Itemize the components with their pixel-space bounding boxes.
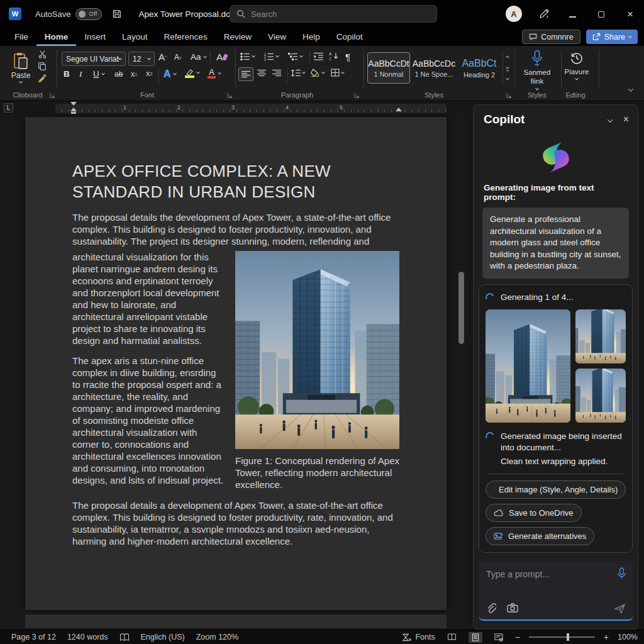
- borders-button[interactable]: [331, 69, 344, 77]
- align-right-button[interactable]: [272, 69, 281, 77]
- document-paragraph[interactable]: The proposal details a development of Ap…: [72, 499, 399, 547]
- indent-button[interactable]: [314, 52, 324, 61]
- web-layout-icon[interactable]: [491, 632, 506, 643]
- font-color-button[interactable]: A: [208, 69, 221, 79]
- collapse-ribbon-chevron[interactable]: [628, 86, 633, 91]
- format-painter-button[interactable]: [38, 74, 47, 82]
- generated-image-thumbnail[interactable]: [575, 309, 626, 364]
- align-left-button[interactable]: [238, 67, 253, 81]
- styles-gallery-up[interactable]: [506, 56, 509, 60]
- tab-insert[interactable]: Insert: [76, 28, 114, 46]
- cut-button[interactable]: [38, 50, 47, 58]
- styles-gallery-more[interactable]: [506, 76, 509, 80]
- comment-button[interactable]: Comnnre: [522, 30, 580, 44]
- share-button[interactable]: Share: [586, 30, 638, 44]
- search-bar[interactable]: [230, 5, 437, 23]
- tab-help[interactable]: Help: [294, 28, 328, 46]
- text-highlight-button[interactable]: [185, 69, 199, 78]
- copilot-collapse-chevron[interactable]: [608, 114, 612, 125]
- first-line-indent-marker[interactable]: [70, 102, 77, 106]
- camera-icon[interactable]: [507, 603, 518, 614]
- read-mode-icon[interactable]: [444, 632, 460, 642]
- shading-button[interactable]: [311, 69, 325, 77]
- bold-button[interactable]: B: [64, 69, 70, 79]
- copilot-prompt-input[interactable]: [486, 569, 609, 579]
- paste-button[interactable]: Paste: [6, 48, 35, 87]
- generated-image-thumbnail[interactable]: [486, 309, 570, 423]
- vertical-scrollbar[interactable]: [458, 272, 464, 344]
- zoom-level-label[interactable]: Zoom 120%: [196, 633, 238, 641]
- editing-button[interactable]: Piavure: [556, 50, 597, 80]
- copy-button[interactable]: [38, 62, 47, 70]
- italic-button[interactable]: I: [79, 69, 82, 79]
- maximize-button[interactable]: [595, 9, 608, 19]
- style-no-spacing[interactable]: AaBbCcDc 1 Ne Spoe...: [413, 52, 455, 84]
- autosave-toggle[interactable]: Off: [75, 8, 102, 20]
- change-case-button[interactable]: Aa: [191, 52, 206, 62]
- paragraph-dialog-launcher[interactable]: [353, 92, 360, 99]
- right-indent-marker[interactable]: [396, 108, 402, 111]
- print-layout-icon[interactable]: [469, 632, 482, 643]
- bullets-button[interactable]: [240, 52, 255, 61]
- save-icon[interactable]: [112, 9, 122, 19]
- zoom-percentage[interactable]: 100%: [618, 633, 638, 641]
- tab-home[interactable]: Home: [36, 28, 77, 46]
- avatar[interactable]: A: [506, 6, 522, 22]
- dictate-button[interactable]: Sanmed fiink: [516, 50, 558, 91]
- tab-review[interactable]: Review: [216, 28, 260, 46]
- clipboard-dialog-launcher[interactable]: [49, 92, 55, 99]
- styles-gallery-down[interactable]: [506, 65, 509, 69]
- document-canvas[interactable]: APEX OFFICE COMPLEX: A NEW STANDARD IN U…: [0, 114, 468, 630]
- generate-alternatives-button[interactable]: Generate alternatives: [486, 527, 594, 545]
- tab-references[interactable]: References: [156, 28, 216, 46]
- multilevel-list-button[interactable]: [288, 52, 303, 61]
- copilot-prompt-box[interactable]: [479, 561, 633, 621]
- document-paragraph[interactable]: The proposal details the development of …: [72, 211, 399, 247]
- edit-image-button[interactable]: Edit image (Style, Angle, Details): [486, 480, 626, 499]
- send-icon[interactable]: [614, 604, 626, 614]
- document-heading[interactable]: APEX OFFICE COMPLEX: A NEW STANDARD IN U…: [72, 161, 399, 203]
- document-paragraph[interactable]: The apex aris a stun-nine office complex…: [72, 355, 226, 486]
- close-button[interactable]: ×: [624, 9, 636, 19]
- font-dialog-launcher[interactable]: [226, 92, 233, 99]
- grow-font-button[interactable]: A^: [158, 52, 167, 62]
- horizontal-ruler[interactable]: 1 2 3 4 5: [55, 104, 447, 113]
- fonts-status-button[interactable]: Fonts: [402, 633, 435, 641]
- figure-caption[interactable]: Figure 1: Conceptual rendering of Apex T…: [235, 455, 399, 491]
- document-paragraph[interactable]: architectural visualization for this pla…: [72, 251, 226, 347]
- page-indicator[interactable]: Page 3 of 12: [11, 633, 56, 641]
- tab-view[interactable]: View: [260, 28, 294, 46]
- microphone-icon[interactable]: [617, 567, 626, 580]
- proofing-icon[interactable]: [119, 633, 130, 641]
- style-normal[interactable]: AaBbCcDt 1 Nonmal: [367, 52, 410, 84]
- shrink-font-button[interactable]: Av: [174, 53, 182, 62]
- strikethrough-button[interactable]: ab: [114, 70, 123, 79]
- sort-button[interactable]: AZ: [329, 52, 339, 61]
- subscript-button[interactable]: x2: [131, 70, 137, 79]
- styles-dialog-launcher[interactable]: [506, 92, 512, 99]
- attach-icon[interactable]: [486, 603, 496, 614]
- copilot-close-button[interactable]: ×: [623, 114, 629, 125]
- document-page[interactable]: APEX OFFICE COMPLEX: A NEW STANDARD IN U…: [25, 117, 447, 610]
- tab-copilot[interactable]: Copilot: [328, 28, 371, 46]
- word-app-icon[interactable]: W: [9, 8, 21, 20]
- language-indicator[interactable]: Englich (US): [141, 633, 185, 641]
- zoom-slider-thumb[interactable]: [567, 633, 569, 641]
- paragraph-marks-button[interactable]: ¶: [345, 52, 350, 62]
- align-center-button[interactable]: [257, 69, 266, 77]
- font-name-combobox[interactable]: Segoe UI Variable: [62, 52, 126, 66]
- tab-stop-selector[interactable]: L: [4, 103, 13, 113]
- ink-pen-icon[interactable]: [538, 8, 550, 19]
- tab-layout[interactable]: Layout: [114, 28, 156, 46]
- search-input[interactable]: [251, 9, 430, 19]
- zoom-in-button[interactable]: +: [604, 632, 609, 642]
- underline-button[interactable]: U: [93, 69, 104, 79]
- text-effects-button[interactable]: A: [164, 69, 176, 80]
- document-figure-image[interactable]: [235, 251, 399, 449]
- style-heading-2[interactable]: AaBbCt Heading 2: [458, 52, 501, 84]
- zoom-out-button[interactable]: −: [515, 632, 520, 642]
- hanging-indent-marker[interactable]: [70, 108, 77, 111]
- line-spacing-button[interactable]: [291, 69, 305, 77]
- generated-image-thumbnail[interactable]: [575, 369, 626, 423]
- clear-formatting-button[interactable]: A: [216, 52, 228, 62]
